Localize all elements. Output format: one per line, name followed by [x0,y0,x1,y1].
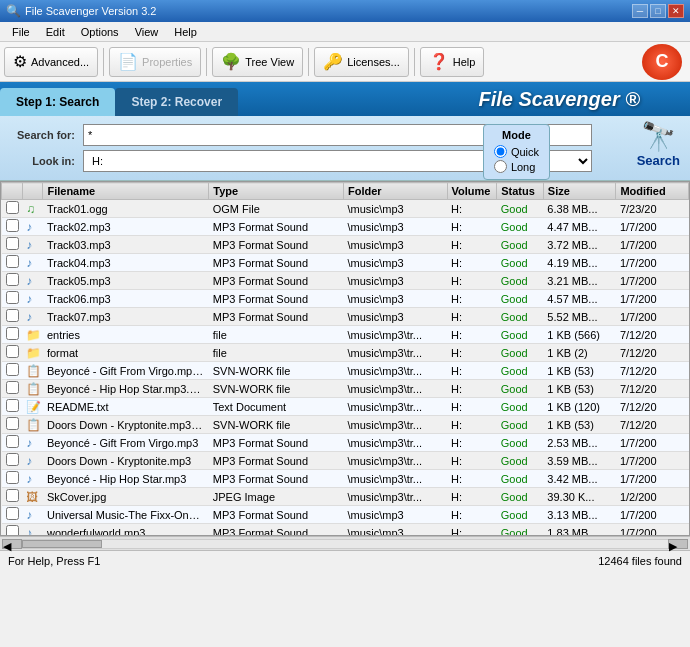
row-checkbox-cell[interactable] [2,344,23,362]
file-type-icon: ♪ [26,292,32,306]
col-header-size[interactable]: Size [543,183,616,200]
table-row[interactable]: ♪ Track02.mp3 MP3 Format Sound \music\mp… [2,218,689,236]
minimize-button[interactable]: ─ [632,4,648,18]
col-header-folder[interactable]: Folder [343,183,447,200]
row-size: 3.21 MB... [543,272,616,290]
table-row[interactable]: ♫ Track01.ogg OGM File \music\mp3 H: Goo… [2,200,689,218]
row-checkbox-cell[interactable] [2,254,23,272]
menu-file[interactable]: File [4,24,38,40]
row-checkbox[interactable] [6,291,19,304]
table-row[interactable]: 📋 Beyoncé - Gift From Virgo.mp3.svn-... … [2,362,689,380]
step2-tab[interactable]: Step 2: Recover [115,88,238,116]
row-checkbox-cell[interactable] [2,488,23,506]
row-checkbox-cell[interactable] [2,524,23,537]
row-checkbox-cell[interactable] [2,434,23,452]
scroll-thumb[interactable] [22,540,102,548]
row-checkbox[interactable] [6,417,19,430]
menu-options[interactable]: Options [73,24,127,40]
row-checkbox-cell[interactable] [2,470,23,488]
row-checkbox[interactable] [6,525,19,536]
row-checkbox[interactable] [6,219,19,232]
step1-tab[interactable]: Step 1: Search [0,88,115,116]
row-icon-cell: ♪ [22,434,43,452]
mode-title: Mode [494,129,539,141]
menu-edit[interactable]: Edit [38,24,73,40]
row-checkbox[interactable] [6,507,19,520]
row-checkbox-cell[interactable] [2,416,23,434]
row-checkbox-cell[interactable] [2,290,23,308]
row-checkbox[interactable] [6,381,19,394]
col-header-filename[interactable]: Filename [43,183,209,200]
menu-help[interactable]: Help [166,24,205,40]
table-row[interactable]: ♪ Track03.mp3 MP3 Format Sound \music\mp… [2,236,689,254]
table-row[interactable]: ♪ Universal Music-The Fixx-One Thing ...… [2,506,689,524]
mode-quick-radio[interactable] [494,145,507,158]
licenses-button[interactable]: 🔑 Licenses... [314,47,409,77]
file-table-wrapper[interactable]: Filename Type Folder Volume Status Size … [0,181,690,536]
scroll-left-btn[interactable]: ◀ [2,539,22,549]
table-row[interactable]: ♪ Track06.mp3 MP3 Format Sound \music\mp… [2,290,689,308]
row-checkbox-cell[interactable] [2,380,23,398]
row-checkbox[interactable] [6,255,19,268]
row-checkbox[interactable] [6,309,19,322]
table-row[interactable]: 📋 Doors Down - Kryptonite.mp3.svn-w... S… [2,416,689,434]
table-row[interactable]: 🖼 SkCover.jpg JPEG Image \music\mp3\tr..… [2,488,689,506]
col-header-type[interactable]: Type [209,183,344,200]
col-header-status[interactable]: Status [497,183,544,200]
mode-quick-option[interactable]: Quick [494,145,539,158]
row-checkbox-cell[interactable] [2,308,23,326]
row-status: Good [497,398,544,416]
row-checkbox[interactable] [6,327,19,340]
mode-long-radio[interactable] [494,160,507,173]
properties-button[interactable]: 📄 Properties [109,47,201,77]
row-type: SVN-WORK file [209,416,344,434]
table-row[interactable]: 📝 README.txt Text Document \music\mp3\tr… [2,398,689,416]
close-button[interactable]: ✕ [668,4,684,18]
row-status: Good [497,254,544,272]
table-row[interactable]: ♪ Doors Down - Kryptonite.mp3 MP3 Format… [2,452,689,470]
horizontal-scrollbar[interactable]: ◀ ▶ [0,536,690,550]
row-checkbox[interactable] [6,453,19,466]
advanced-button[interactable]: ⚙ Advanced... [4,47,98,77]
mode-long-option[interactable]: Long [494,160,539,173]
row-checkbox-cell[interactable] [2,218,23,236]
search-button[interactable]: 🔭 Search [637,120,680,168]
col-header-modified[interactable]: Modified [616,183,689,200]
treeview-button[interactable]: 🌳 Tree View [212,47,303,77]
row-folder: \music\mp3 [343,308,447,326]
row-checkbox-cell[interactable] [2,398,23,416]
row-checkbox-cell[interactable] [2,272,23,290]
table-row[interactable]: 📁 entries file \music\mp3\tr... H: Good … [2,326,689,344]
row-checkbox-cell[interactable] [2,236,23,254]
table-row[interactable]: ♪ Beyoncé - Hip Hop Star.mp3 MP3 Format … [2,470,689,488]
row-checkbox[interactable] [6,201,19,214]
row-checkbox[interactable] [6,363,19,376]
row-checkbox-cell[interactable] [2,362,23,380]
maximize-button[interactable]: □ [650,4,666,18]
row-checkbox[interactable] [6,399,19,412]
table-row[interactable]: 📁 format file \music\mp3\tr... H: Good 1… [2,344,689,362]
menu-view[interactable]: View [127,24,167,40]
row-checkbox-cell[interactable] [2,506,23,524]
row-checkbox[interactable] [6,273,19,286]
scroll-right-btn[interactable]: ▶ [668,539,688,549]
table-row[interactable]: ♪ Track07.mp3 MP3 Format Sound \music\mp… [2,308,689,326]
row-checkbox-cell[interactable] [2,452,23,470]
table-row[interactable]: ♪ Beyoncé - Gift From Virgo.mp3 MP3 Form… [2,434,689,452]
scroll-track[interactable] [22,539,668,549]
row-checkbox[interactable] [6,237,19,250]
help-button[interactable]: ❓ Help [420,47,485,77]
table-row[interactable]: ♪ Track05.mp3 MP3 Format Sound \music\mp… [2,272,689,290]
row-checkbox[interactable] [6,489,19,502]
row-checkbox-cell[interactable] [2,200,23,218]
status-badge: Good [501,293,528,305]
table-row[interactable]: 📋 Beyoncé - Hip Hop Star.mp3.svn-work SV… [2,380,689,398]
row-checkbox[interactable] [6,471,19,484]
row-checkbox[interactable] [6,345,19,358]
row-checkbox[interactable] [6,435,19,448]
col-header-volume[interactable]: Volume [447,183,497,200]
status-badge: Good [501,311,528,323]
table-row[interactable]: ♪ wonderfulworld.mp3 MP3 Format Sound \m… [2,524,689,537]
table-row[interactable]: ♪ Track04.mp3 MP3 Format Sound \music\mp… [2,254,689,272]
row-checkbox-cell[interactable] [2,326,23,344]
